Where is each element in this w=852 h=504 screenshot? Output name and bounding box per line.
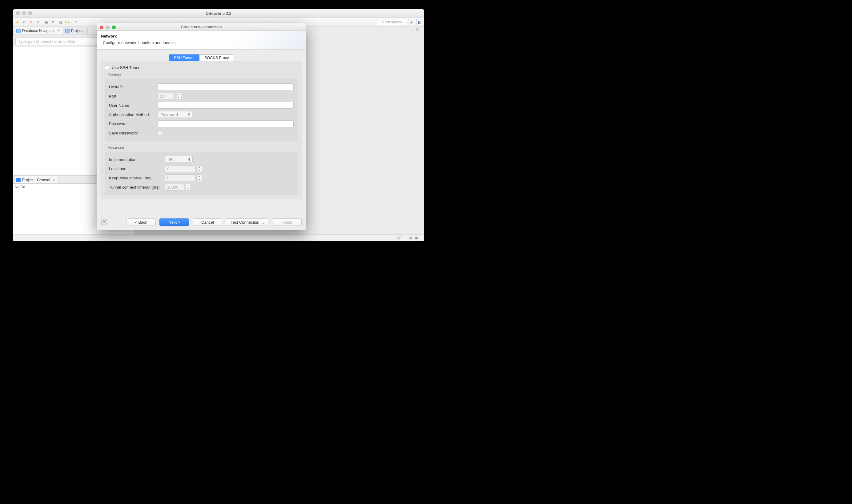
dialog-header: Network Configure networks handlers and … (97, 31, 306, 50)
zoom-icon[interactable] (112, 25, 116, 29)
perspective-open-icon[interactable]: ⊞ (408, 19, 414, 25)
auth-label: Authentication Method: (109, 112, 155, 117)
window-controls[interactable] (16, 12, 32, 15)
plug-icon[interactable]: ⚡ (15, 20, 20, 24)
save-password-checkbox[interactable] (158, 131, 162, 136)
password-input[interactable] (158, 120, 294, 127)
save-password-label: Save Password: (109, 131, 155, 136)
app-title: DBeaver 5.0.2 (206, 11, 231, 16)
app-titlebar: DBeaver 5.0.2 (13, 9, 424, 18)
tab-label: Project - General (22, 178, 50, 182)
port-stepper[interactable]: ▲▼ (177, 93, 181, 100)
tab-project-general[interactable]: Project - General ✕ (14, 176, 59, 183)
chevron-up-icon: ▲ (188, 112, 190, 114)
help-icon[interactable]: ? (101, 219, 107, 225)
back-button[interactable]: < Back (126, 218, 156, 226)
dialog-title: Create new connection (181, 24, 222, 29)
tab-label: Database Navigator (22, 29, 55, 33)
local-port-label: Local port: (109, 166, 162, 171)
minimize-icon[interactable] (22, 12, 26, 15)
settings-group: Host/IP: Port: ▲▼ User Name: Authenticat… (105, 79, 298, 141)
next-button[interactable]: Next > (159, 218, 189, 226)
disconnect-icon[interactable]: ✕ (35, 20, 40, 24)
status-bar: JST ja_JP (13, 234, 424, 241)
auth-method-value: Password (160, 112, 178, 117)
tab-database-navigator[interactable]: Database Navigator ✕ (14, 27, 64, 34)
advanced-group: Implementation: JSch ▲ ▼ Local port: ▲▼ … (105, 152, 298, 195)
impl-label: Implementation: (109, 157, 162, 162)
minimize-icon (106, 25, 110, 29)
timeout-label: Tunnel connect timeout (ms): (109, 185, 162, 190)
status-timezone: JST (393, 236, 405, 240)
use-ssh-label: Use SSH Tunnel (112, 65, 141, 70)
close-icon[interactable] (16, 12, 20, 15)
connection-wizard-dialog: Create new connection Network Configure … (97, 23, 306, 230)
ssh-panel: Use SSH Tunnel Settings Host/IP: Port: ▲… (100, 61, 302, 199)
local-port-stepper[interactable]: ▲▼ (198, 165, 202, 172)
test-connection-button[interactable]: Test Connection ... (226, 218, 268, 226)
rollback-icon[interactable]: ↺ (51, 20, 56, 24)
user-input[interactable] (158, 102, 294, 109)
cancel-button[interactable]: Cancel (193, 218, 222, 226)
tab-label: Projects (71, 29, 84, 33)
implementation-select[interactable]: JSch ▲ ▼ (165, 156, 193, 163)
timeout-input[interactable] (165, 184, 184, 191)
folder-icon (65, 29, 70, 33)
keepalive-label: Keep-Alive interval (ms): (109, 176, 162, 180)
group-settings-label: Settings (108, 73, 298, 77)
network-tabs: SSH Tunnel SOCKS Proxy (100, 54, 302, 61)
host-label: Host/IP: (109, 85, 155, 89)
port-label: Port: (109, 94, 155, 98)
dialog-footer: ? < Back Next > Cancel Test Connection .… (97, 214, 306, 230)
quick-access-input[interactable]: Quick Access (377, 19, 406, 25)
status-locale: ja_JP (407, 236, 421, 240)
user-label: User Name: (109, 103, 155, 108)
dialog-window-controls[interactable] (100, 25, 116, 29)
chevron-down-icon: ▼ (188, 114, 190, 117)
dialog-section-title: Network (101, 34, 302, 38)
keepalive-input[interactable] (165, 175, 196, 181)
dialog-titlebar: Create new connection (97, 23, 306, 31)
finish-button: Finish (272, 218, 302, 226)
keepalive-stepper[interactable]: ▲▼ (198, 175, 202, 181)
perspective-dbeaver-icon[interactable]: ◧ (416, 19, 422, 25)
new-sql-icon[interactable]: ✎ (28, 20, 33, 24)
commit-icon[interactable]: ▣ (44, 20, 49, 24)
dialog-section-desc: Configure networks handlers and tunnels (101, 40, 302, 45)
password-label: Password (109, 122, 155, 126)
host-input[interactable] (158, 84, 294, 90)
local-port-input[interactable] (165, 165, 196, 172)
minimize-view-icon[interactable]: ▭ (411, 28, 415, 31)
timeout-stepper[interactable]: ▲▼ (186, 184, 190, 191)
chevron-up-icon: ▲ (189, 157, 191, 159)
tab-ssh-tunnel[interactable]: SSH Tunnel (169, 54, 200, 61)
txn-icon[interactable]: ▤ (57, 20, 63, 24)
auth-method-select[interactable]: Password ▲ ▼ (158, 111, 192, 118)
close-icon[interactable] (100, 25, 103, 29)
undo-icon[interactable]: ↶ (73, 20, 78, 24)
zoom-icon[interactable] (28, 12, 32, 15)
chevron-down-icon: ▼ (189, 159, 191, 162)
script-icon[interactable]: ✎▾ (64, 20, 69, 24)
tab-projects[interactable]: Projects (63, 27, 88, 34)
new-connection-icon[interactable]: ⧉ (21, 20, 26, 24)
maximize-view-icon[interactable]: ▢ (416, 28, 420, 31)
tab-socks-proxy[interactable]: SOCKS Proxy (199, 54, 234, 61)
port-input[interactable] (158, 93, 175, 100)
group-advanced-label: Advanced (108, 146, 298, 150)
project-columns: Na Da (15, 185, 25, 189)
implementation-value: JSch (168, 157, 177, 162)
project-icon (16, 178, 21, 182)
use-ssh-checkbox[interactable] (105, 65, 109, 70)
close-icon[interactable]: ✕ (57, 29, 60, 33)
close-icon[interactable]: ✕ (53, 178, 55, 182)
database-icon (16, 29, 21, 33)
